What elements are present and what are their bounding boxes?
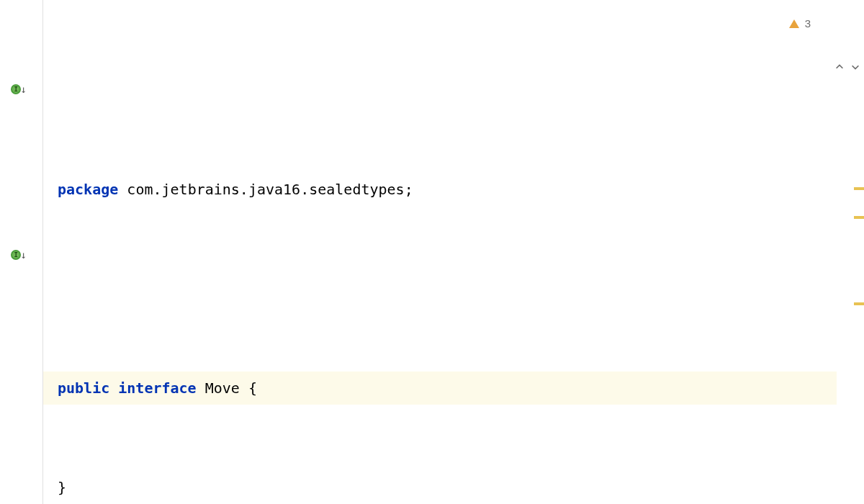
implemented-marker-icon[interactable]: I ↓ [10, 246, 27, 264]
warning-icon [789, 19, 799, 28]
code-line[interactable]: } [58, 471, 864, 504]
warning-marker[interactable] [854, 216, 864, 219]
warning-marker[interactable] [854, 302, 864, 305]
chevron-down-icon[interactable] [832, 19, 842, 29]
code-line[interactable] [58, 272, 864, 305]
implemented-marker-icon[interactable]: I ↓ [10, 81, 27, 98]
editor-gutter: I ↓ I ↓ [0, 0, 43, 504]
chevron-up-icon[interactable] [816, 19, 827, 29]
inspection-widget[interactable]: 3 [789, 7, 842, 40]
code-line[interactable]: package com.jetbrains.java16.sealedtypes… [58, 173, 864, 206]
warning-count: 3 [805, 7, 811, 40]
code-line-highlighted[interactable]: public interface Move { [43, 372, 837, 405]
scrollbar-track[interactable] [851, 0, 864, 504]
code-editor[interactable]: 3 package com.jetbrains.java16.sealedtyp… [43, 0, 864, 504]
warning-marker[interactable] [854, 187, 864, 190]
